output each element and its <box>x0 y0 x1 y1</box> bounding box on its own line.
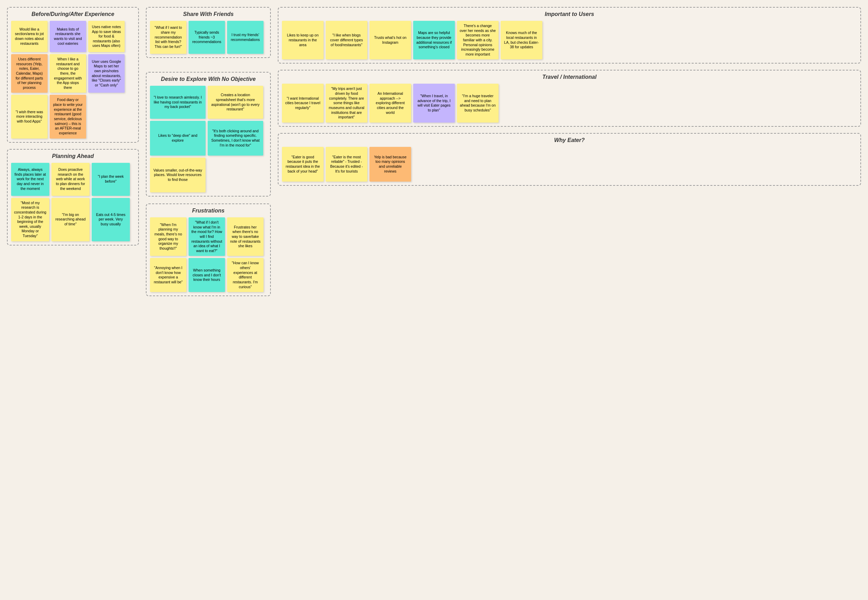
sticky-iu-4: Maps are so helpful because they provide… <box>413 21 455 59</box>
sticky-fr-3: Frustrates her when there's no way to sa… <box>227 217 264 256</box>
sticky-sf-1: "What if I want to share my recommendati… <box>150 21 186 54</box>
sticky-1: Would like a section/area to jot down no… <box>11 21 48 52</box>
sticky-pa-4: "Most of my research is concentrated dur… <box>11 198 49 241</box>
travel-grid: "I want International cities because I t… <box>282 84 857 122</box>
planning-ahead-grid: Always, always finds places later at wor… <box>11 163 135 241</box>
sticky-tr-2: "My trips aren't just driven by food com… <box>326 84 367 122</box>
sticky-iu-3: Trusts what's hot on Instagram <box>370 21 411 59</box>
sticky-5: When I like a restaurant and choose to g… <box>50 54 86 93</box>
sticky-iu-1: Likes to keep up on restaurants in the a… <box>282 21 324 59</box>
share-friends-grid: "What if I want to share my recommendati… <box>150 21 267 54</box>
sticky-fr-6: "How can I know others' experiences at d… <box>227 258 264 292</box>
sticky-de-2: Creates a location spreadsheet that's mo… <box>208 86 263 119</box>
sticky-we-1: "Eater is good because it puts the resta… <box>282 147 324 182</box>
sticky-fr-5: When something closes and I don't know t… <box>189 258 225 292</box>
sticky-fr-4: "Annoying when I don't know how expensiv… <box>150 258 186 292</box>
planning-ahead-title: Planning Ahead <box>11 153 135 159</box>
sticky-3: Uses native notes App to save ideas for … <box>88 21 125 52</box>
frustrations-title: Frustrations <box>150 208 267 214</box>
sticky-pa-5: "I'm big on researching ahead of time" <box>52 198 89 241</box>
sticky-2: Makes lists of restaurants she wants to … <box>50 21 86 52</box>
sticky-pa-6: Eats out 4-5 times per week. Very busy u… <box>92 198 130 241</box>
desire-explore-grid: "I love to research aimlessly. I like ha… <box>150 86 267 192</box>
sticky-fr-1: "When I'm planning my meals, there's no … <box>150 217 186 256</box>
sticky-de-3: Likes to "deep dive" and explore <box>150 121 206 156</box>
sticky-iu-2: "I like when blogs cover different types… <box>326 21 367 59</box>
why-eater-grid: "Eater is good because it puts the resta… <box>282 147 857 182</box>
sticky-de-1: "I love to research aimlessly. I like ha… <box>150 86 206 119</box>
important-users-title: Important to Users <box>282 11 857 17</box>
why-eater-title: Why Eater? <box>282 137 857 143</box>
travel-title: Travel / International <box>282 74 857 80</box>
sticky-7: "I wish there was more interacting with … <box>11 95 48 138</box>
sticky-iu-6: Knows much of the local restaurants in L… <box>501 21 542 59</box>
sticky-sf-2: Typically sends friends ~3 recommendatio… <box>189 21 225 54</box>
sticky-tr-1: "I want International cities because I t… <box>282 84 324 122</box>
sticky-de-4: "It's both clicking around and finding s… <box>208 121 263 156</box>
sticky-4: Uses different resources (Yelp, notes, E… <box>11 54 48 93</box>
sticky-pa-1: Always, always finds places later at wor… <box>11 163 49 196</box>
sticky-tr-4: "When I travel, in advance of the trip, … <box>413 84 455 122</box>
sticky-de-5: Values smaller, out-of-the-way places. W… <box>150 158 206 192</box>
sticky-pa-2: Does proactive research on the web while… <box>52 163 89 196</box>
before-during-after-title: Before/During/After Experience <box>11 11 135 17</box>
before-during-after-grid: Would like a section/area to jot down no… <box>11 21 135 139</box>
important-users-grid: Likes to keep up on restaurants in the a… <box>282 21 857 59</box>
desire-explore-title: Desire to Explore With No Objective <box>150 76 267 82</box>
sticky-tr-3: An International approach --> exploring … <box>370 84 411 122</box>
sticky-pa-3: "I plan the week before" <box>92 163 130 196</box>
share-friends-title: Share With Friends <box>150 11 267 17</box>
sticky-sf-3: I trust my friends' recommendations <box>227 21 264 54</box>
sticky-we-2: "Eater is the most reliable" - Trusted -… <box>326 147 367 182</box>
frustrations-grid: "When I'm planning my meals, there's no … <box>150 217 267 292</box>
sticky-8: Food diary or place to write your experi… <box>50 95 86 138</box>
sticky-tr-5: "I'm a huge traveler and need to plan ah… <box>457 84 498 122</box>
sticky-fr-2: "What if I don't know what I'm in the mo… <box>189 217 225 256</box>
sticky-iu-5: There's a change over her needs as she b… <box>457 21 498 59</box>
sticky-we-3: Yelp is bad because too many opinions an… <box>370 147 411 182</box>
sticky-6: User uses Google Maps to set her own pin… <box>88 54 125 93</box>
